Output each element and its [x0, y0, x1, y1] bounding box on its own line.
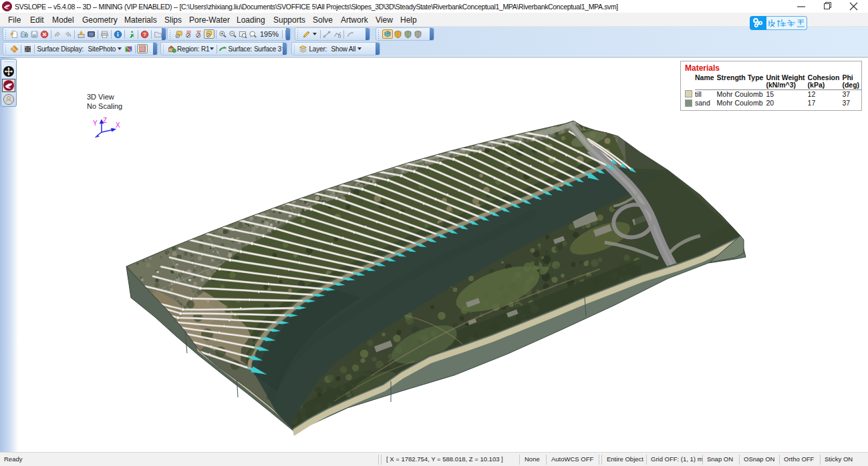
svg-text:?: ? [143, 31, 146, 37]
